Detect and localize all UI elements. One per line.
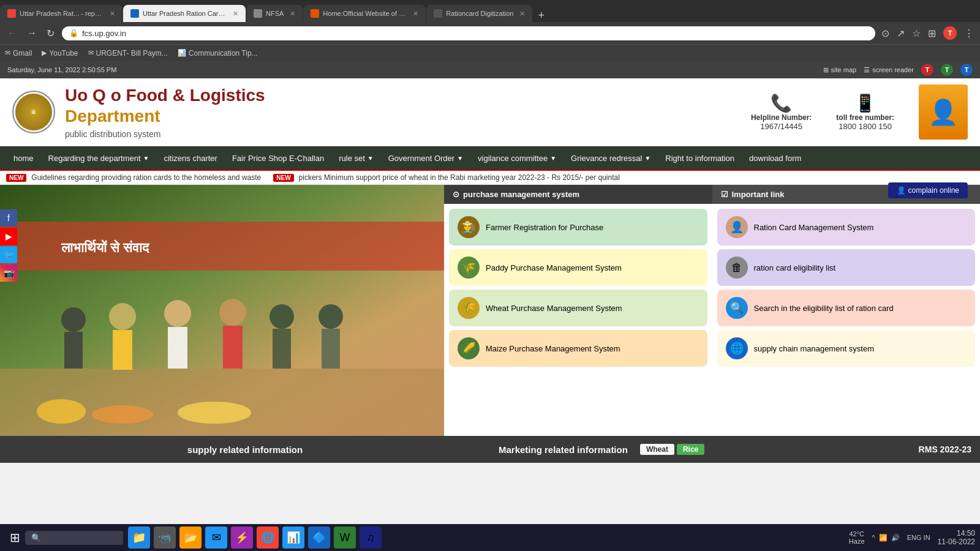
expand-tray-icon[interactable]: ^: [872, 534, 875, 541]
youtube-button[interactable]: ▶: [0, 228, 17, 245]
taskbar-file-explorer[interactable]: 📁: [128, 527, 150, 549]
taskbar-spotify[interactable]: ♫: [360, 527, 382, 549]
nav-ruleset-arrow: ▼: [368, 155, 374, 162]
card-farmer-registration[interactable]: 👨‍🌾 Farmer Registration for Purchase: [449, 209, 707, 246]
site-title-line2: Department: [65, 106, 265, 127]
svg-rect-13: [273, 329, 291, 369]
share-icon[interactable]: ↗: [895, 26, 906, 40]
nav-department[interactable]: Regarding the department ▼: [41, 146, 157, 170]
tab-close-gmail[interactable]: ✕: [110, 10, 115, 18]
taskbar-word[interactable]: W: [334, 527, 356, 549]
taskbar-app-purple[interactable]: ⚡: [231, 527, 253, 549]
nav-echallan[interactable]: Fair Price Shop E-Challan: [225, 146, 331, 170]
taskbar-chrome[interactable]: 🌐: [257, 527, 279, 549]
taskbar-meet[interactable]: 📹: [154, 527, 176, 549]
nav-grievance-arrow: ▼: [644, 155, 650, 162]
card-paddy-purchase[interactable]: 🌾 Paddy Purchase Management System: [449, 249, 707, 286]
extensions-icon[interactable]: ⊞: [927, 26, 937, 40]
card-search-eligibility[interactable]: 🔍 Search in the eligibility list of rati…: [717, 290, 976, 326]
bookmark-gmail[interactable]: ✉ Gmail: [5, 49, 32, 58]
nav-rti[interactable]: Right to information: [658, 146, 742, 170]
card-wheat-purchase[interactable]: 🌾 Wheat Purchase Management System: [449, 290, 707, 326]
maize-icon: 🌽: [458, 337, 480, 359]
instagram-button[interactable]: 📷: [0, 264, 17, 282]
start-button[interactable]: ⊞: [5, 530, 25, 545]
tab-label-gmail: Uttar Pradesh Rat... - repetitive ...: [20, 10, 104, 17]
purchase-header-label: purchase management system: [463, 190, 579, 199]
tab-close-nfsa[interactable]: ✕: [290, 10, 295, 18]
tab-gmail[interactable]: Uttar Pradesh Rat... - repetitive ... ✕: [0, 5, 123, 22]
tab-close-ration[interactable]: ✕: [519, 10, 525, 18]
tab-label-home: Home:Official Website of Uttar P...: [323, 10, 407, 17]
nav-ruleset[interactable]: rule set ▼: [331, 146, 381, 170]
taskbar-teams[interactable]: 📊: [282, 527, 304, 549]
nav-govorder-label: Government Order: [388, 154, 454, 163]
svg-text:लाभार्थियों से संवाद: लाभार्थियों से संवाद: [61, 239, 150, 255]
twitter-button[interactable]: 🐦: [0, 246, 17, 263]
panels-container: ⊙ purchase management system 👨‍🌾 Farmer …: [444, 185, 980, 436]
refresh-button[interactable]: ↻: [44, 26, 57, 40]
website-content: Saturday, June 11, 2022 2:50:55 PM ⊞ sit…: [0, 61, 980, 463]
card-farmer-label: Farmer Registration for Purchase: [486, 223, 603, 232]
font-size-small[interactable]: T: [921, 64, 933, 76]
font-size-large[interactable]: T: [960, 64, 973, 76]
list-icon: 🗑: [726, 257, 748, 279]
bookmark-bill[interactable]: ✉ URGENT- Bill Paym...: [88, 49, 168, 58]
card-eligibility-list[interactable]: 🗑 ration card eligibility list: [717, 249, 976, 286]
main-content: लाभार्थियों से संवाद लाभार्थियो: [0, 185, 980, 436]
sitemap-link[interactable]: ⊞ site map: [823, 66, 857, 74]
nav-vigilance-label: vigilance committee: [478, 154, 548, 163]
taskbar-mail[interactable]: ✉: [205, 527, 227, 549]
bookmark-bill-label: URGENT- Bill Paym...: [96, 49, 168, 58]
facebook-button[interactable]: f: [0, 209, 17, 227]
address-bar[interactable]: 🔒 fcs.up.gov.in: [62, 26, 875, 40]
nav-home[interactable]: home: [6, 146, 41, 170]
screen-reader-link[interactable]: ☰ screen reader: [864, 66, 914, 74]
helpline-label: Helpline Number:: [751, 113, 812, 122]
new-tab-button[interactable]: +: [533, 9, 549, 22]
nav-vigilance-arrow: ▼: [550, 155, 556, 162]
forward-button[interactable]: →: [24, 26, 39, 40]
top-bar-right: ⊞ site map ☰ screen reader T T T: [823, 64, 973, 76]
back-button[interactable]: ←: [5, 26, 20, 40]
translate-icon[interactable]: ⊙: [880, 26, 891, 40]
tab-close-up[interactable]: ✕: [233, 10, 238, 18]
complain-online-button[interactable]: 👤 complain online: [888, 182, 968, 198]
nav-charter[interactable]: citizens charter: [156, 146, 224, 170]
lock-icon: 🔒: [69, 29, 78, 37]
supply-bar[interactable]: supply related information: [0, 436, 490, 463]
tab-nfsa[interactable]: NFSA ✕: [246, 5, 303, 22]
taskbar-search-button[interactable]: 🔍: [25, 531, 123, 545]
rice-tab[interactable]: Rice: [677, 444, 704, 455]
search-glass-icon: 🔍: [31, 533, 41, 542]
social-sidebar: f ▶ 🐦 📷: [0, 185, 17, 436]
card-ration-management[interactable]: 👤 Ration Card Management System: [717, 209, 976, 246]
tab-close-home[interactable]: ✕: [413, 10, 418, 18]
nav-download[interactable]: download form: [742, 146, 809, 170]
bookmarks-bar: ✉ Gmail ▶ YouTube ✉ URGENT- Bill Paym...…: [0, 44, 980, 61]
address-bar-row: ← → ↻ 🔒 fcs.up.gov.in ⊙ ↗ ☆ ⊞ T ⋮: [0, 22, 980, 44]
nav-grievance-label: Grievance redressal: [571, 154, 642, 163]
bookmark-comm[interactable]: 📊 Communication Tip...: [178, 49, 258, 58]
nav-grievance[interactable]: Grievance redressal ▼: [564, 146, 658, 170]
tab-up[interactable]: Uttar Pradesh Ration Card List - ... ✕: [123, 5, 246, 22]
svg-point-8: [164, 300, 191, 327]
menu-icon[interactable]: ⋮: [963, 26, 975, 40]
hero-section: लाभार्थियों से संवाद लाभार्थियो: [0, 185, 444, 436]
wheat-tab[interactable]: Wheat: [640, 444, 674, 455]
taskbar-files[interactable]: 📂: [179, 527, 202, 549]
card-supply-chain[interactable]: 🌐 supply chain management system: [717, 330, 976, 367]
tab-ration[interactable]: Rationcard Digitization ✕: [426, 5, 532, 22]
bookmark-icon[interactable]: ☆: [911, 26, 922, 40]
card-maize-purchase[interactable]: 🌽 Maize Purchase Management System: [449, 330, 707, 367]
font-size-medium[interactable]: T: [941, 64, 953, 76]
site-logo: 🏛: [12, 91, 55, 133]
bookmark-youtube[interactable]: ▶ YouTube: [42, 49, 78, 58]
nav-govorder[interactable]: Government Order ▼: [381, 146, 470, 170]
nav-vigilance[interactable]: vigilance committee ▼: [470, 146, 564, 170]
tab-home[interactable]: Home:Official Website of Uttar P... ✕: [303, 5, 426, 22]
taskbar-edge[interactable]: 🔷: [308, 527, 330, 549]
windows-taskbar: ⊞ 🔍 📁 📹 📂 ✉ ⚡ 🌐 📊 🔷 W ♫ 42°C Haze ^ 📶 🔊 …: [0, 524, 980, 551]
svg-point-6: [109, 303, 136, 330]
profile-icon[interactable]: T: [942, 25, 958, 41]
